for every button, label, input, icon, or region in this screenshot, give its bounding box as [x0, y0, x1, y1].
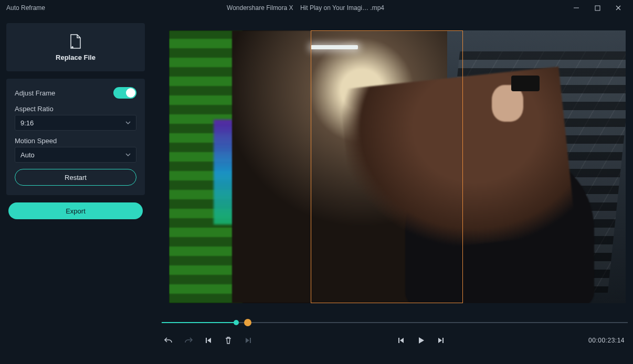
window-title: Wondershare Filmora X Hit Play on Your I…: [45, 4, 566, 12]
next-keyframe-button[interactable]: [244, 336, 253, 345]
step-forward-button[interactable]: [436, 336, 446, 345]
title-bar: Auto Reframe Wondershare Filmora X Hit P…: [0, 0, 633, 16]
timeline-marker[interactable]: [234, 320, 239, 325]
svg-rect-2: [250, 338, 251, 343]
adjust-frame-toggle[interactable]: [113, 87, 136, 99]
timecode: 00:00:23:14: [588, 337, 625, 344]
feature-title: Auto Reframe: [4, 4, 45, 12]
restart-button[interactable]: Restart: [15, 169, 136, 186]
adjust-frame-panel: Adjust Frame Aspect Ratio 9:16 Motion Sp…: [6, 79, 145, 195]
play-icon: [417, 336, 425, 345]
prev-frame-icon: [205, 337, 212, 344]
app-name: Wondershare Filmora X: [227, 4, 293, 12]
sidebar: Replace File Adjust Frame Aspect Ratio 9…: [0, 16, 151, 364]
playback-controls: 00:00:23:14: [162, 336, 628, 345]
step-back-button[interactable]: [396, 336, 406, 345]
adjust-frame-label: Adjust Frame: [15, 89, 55, 97]
replace-file-button[interactable]: Replace File: [6, 23, 145, 71]
preview-pane: 00:00:23:14: [151, 16, 633, 364]
video-preview[interactable]: [169, 30, 626, 303]
close-icon: [615, 5, 621, 11]
aspect-ratio-label: Aspect Ratio: [15, 105, 136, 113]
step-forward-icon: [437, 336, 445, 345]
export-label: Export: [66, 207, 86, 215]
trash-icon: [224, 336, 233, 345]
chevron-down-icon: [125, 119, 131, 127]
aspect-ratio-select[interactable]: 9:16: [15, 115, 136, 131]
svg-rect-3: [398, 338, 399, 343]
replace-file-label: Replace File: [56, 53, 96, 61]
export-button[interactable]: Export: [8, 202, 143, 219]
timeline-progress: [162, 322, 236, 323]
svg-rect-4: [442, 338, 444, 343]
chevron-down-icon: [125, 151, 131, 159]
timeline-track[interactable]: [162, 319, 628, 326]
timeline-playhead[interactable]: [244, 319, 251, 326]
next-cut-icon: [245, 337, 252, 344]
maximize-icon: [595, 5, 600, 11]
video-frame: [169, 30, 626, 303]
minimize-button[interactable]: [566, 1, 587, 15]
svg-rect-1: [206, 338, 207, 343]
redo-button[interactable]: [184, 336, 193, 345]
minimize-icon: [573, 5, 579, 11]
svg-rect-0: [595, 6, 600, 10]
motion-speed-select[interactable]: Auto: [15, 147, 136, 163]
step-back-icon: [397, 336, 405, 345]
motion-speed-value: Auto: [20, 151, 35, 159]
restart-label: Restart: [65, 174, 87, 181]
maximize-button[interactable]: [587, 1, 608, 15]
undo-icon: [164, 336, 173, 345]
aspect-ratio-value: 9:16: [20, 119, 34, 127]
replace-file-icon: [69, 34, 82, 49]
close-button[interactable]: [608, 1, 629, 15]
undo-button[interactable]: [164, 336, 173, 345]
play-button[interactable]: [416, 336, 426, 345]
delete-button[interactable]: [224, 336, 233, 345]
motion-speed-label: Motion Speed: [15, 137, 136, 145]
prev-keyframe-button[interactable]: [204, 336, 213, 345]
redo-icon: [184, 336, 193, 345]
file-name: Hit Play on Your Imagi… .mp4: [300, 4, 384, 12]
